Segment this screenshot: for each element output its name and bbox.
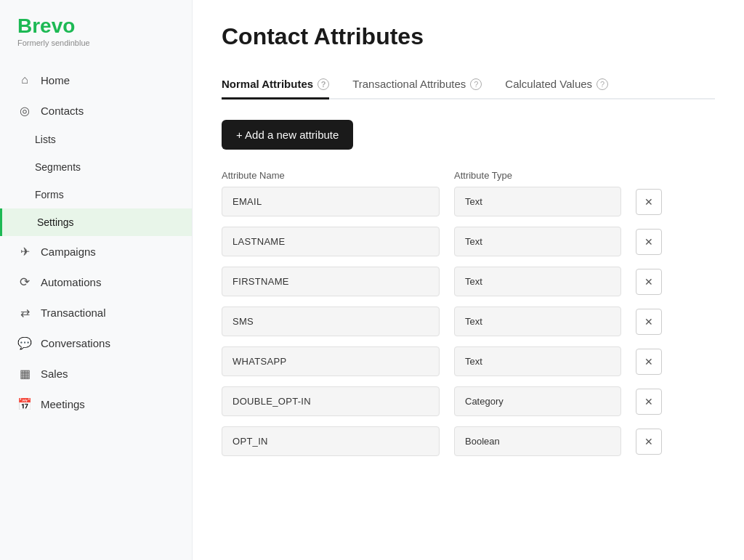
sidebar: Brevo Formerly sendinblue ⌂ Home ◎ Conta… [0, 0, 193, 560]
sidebar-item-label-home: Home [41, 74, 70, 86]
col-name-header: Attribute Name [222, 170, 440, 181]
campaigns-icon: ✈ [17, 244, 32, 259]
sidebar-item-label-segments: Segments [35, 161, 81, 173]
logo-sub: Formerly sendinblue [17, 38, 174, 47]
sidebar-item-conversations[interactable]: 💬 Conversations [0, 328, 192, 358]
automations-icon: ⟳ [17, 275, 32, 289]
table-row: ✕ [222, 307, 715, 336]
add-attribute-button[interactable]: + Add a new attribute [222, 120, 353, 150]
attr-type-field[interactable] [454, 307, 621, 336]
tab-normal-help[interactable]: ? [318, 78, 329, 90]
attr-name-field[interactable] [222, 426, 440, 456]
transactional-icon: ⇄ [17, 305, 32, 320]
table-row: ✕ [222, 187, 715, 216]
nav-list: ⌂ Home ◎ Contacts Lists Segments Forms S… [0, 59, 192, 425]
attr-delete-button[interactable]: ✕ [636, 309, 662, 335]
table-header: Attribute Name Attribute Type [222, 170, 715, 181]
sidebar-item-meetings[interactable]: 📅 Meetings [0, 389, 192, 419]
sidebar-item-contacts[interactable]: ◎ Contacts [0, 95, 192, 126]
tab-transactional-help[interactable]: ? [470, 78, 482, 90]
contacts-icon: ◎ [17, 103, 32, 118]
page-title: Contact Attributes [222, 23, 715, 50]
sales-icon: ▦ [17, 366, 32, 381]
sidebar-item-label-sales: Sales [41, 368, 68, 380]
tab-transactional[interactable]: Transactional Attributes ? [352, 70, 482, 100]
tab-calculated-help[interactable]: ? [597, 78, 608, 90]
attr-type-field[interactable] [454, 267, 621, 296]
col-type-header: Attribute Type [454, 170, 643, 181]
attr-type-field[interactable] [454, 426, 621, 456]
attr-name-field[interactable] [222, 307, 440, 336]
sidebar-item-label-meetings: Meetings [41, 398, 85, 410]
table-row: ✕ [222, 386, 715, 416]
attr-type-field[interactable] [454, 346, 621, 376]
attr-delete-button[interactable]: ✕ [636, 189, 662, 215]
attr-name-field[interactable] [222, 227, 440, 256]
attr-name-field[interactable] [222, 386, 440, 416]
sidebar-item-label-automations: Automations [41, 276, 101, 288]
home-icon: ⌂ [17, 73, 32, 87]
sidebar-item-label-contacts: Contacts [41, 105, 84, 117]
attr-type-field[interactable] [454, 386, 621, 416]
sidebar-item-segments[interactable]: Segments [0, 153, 192, 181]
main-content: Contact Attributes Normal Attributes ? T… [193, 0, 744, 560]
table-row: ✕ [222, 267, 715, 296]
attr-delete-button[interactable]: ✕ [636, 269, 662, 295]
attr-name-field[interactable] [222, 267, 440, 296]
attr-delete-button[interactable]: ✕ [636, 229, 662, 255]
attr-type-field[interactable] [454, 187, 621, 216]
meetings-icon: 📅 [17, 397, 32, 411]
sidebar-item-automations[interactable]: ⟳ Automations [0, 267, 192, 297]
attr-delete-button[interactable]: ✕ [636, 389, 662, 415]
attr-name-field[interactable] [222, 346, 440, 376]
tab-normal-label: Normal Attributes [222, 78, 313, 90]
attribute-rows: ✕ ✕ ✕ ✕ ✕ ✕ ✕ [222, 187, 715, 456]
tab-calculated[interactable]: Calculated Values ? [505, 70, 608, 100]
attr-type-field[interactable] [454, 227, 621, 256]
table-row: ✕ [222, 227, 715, 256]
tab-normal[interactable]: Normal Attributes ? [222, 70, 329, 100]
logo-name: Brevo [17, 15, 174, 38]
sidebar-item-forms[interactable]: Forms [0, 181, 192, 208]
sidebar-item-label-forms: Forms [35, 189, 64, 200]
sidebar-item-label-conversations: Conversations [41, 337, 110, 349]
attr-delete-button[interactable]: ✕ [636, 349, 662, 375]
conversations-icon: 💬 [17, 336, 32, 350]
sidebar-item-home[interactable]: ⌂ Home [0, 65, 192, 95]
tabs-bar: Normal Attributes ? Transactional Attrib… [222, 70, 715, 100]
tab-calculated-label: Calculated Values [505, 78, 592, 90]
sidebar-item-settings[interactable]: Settings [0, 208, 192, 236]
table-row: ✕ [222, 426, 715, 456]
sidebar-item-label-campaigns: Campaigns [41, 245, 96, 258]
tab-transactional-label: Transactional Attributes [352, 78, 466, 90]
sidebar-item-campaigns[interactable]: ✈ Campaigns [0, 236, 192, 267]
attr-name-field[interactable] [222, 187, 440, 216]
attr-delete-button[interactable]: ✕ [636, 429, 662, 455]
logo: Brevo Formerly sendinblue [0, 0, 192, 59]
table-row: ✕ [222, 346, 715, 376]
sidebar-item-lists[interactable]: Lists [0, 126, 192, 153]
sidebar-item-transactional[interactable]: ⇄ Transactional [0, 297, 192, 328]
sidebar-item-label-transactional: Transactional [41, 307, 106, 319]
sidebar-item-sales[interactable]: ▦ Sales [0, 358, 192, 389]
sidebar-item-label-settings: Settings [37, 216, 74, 228]
sidebar-item-label-lists: Lists [35, 134, 56, 145]
